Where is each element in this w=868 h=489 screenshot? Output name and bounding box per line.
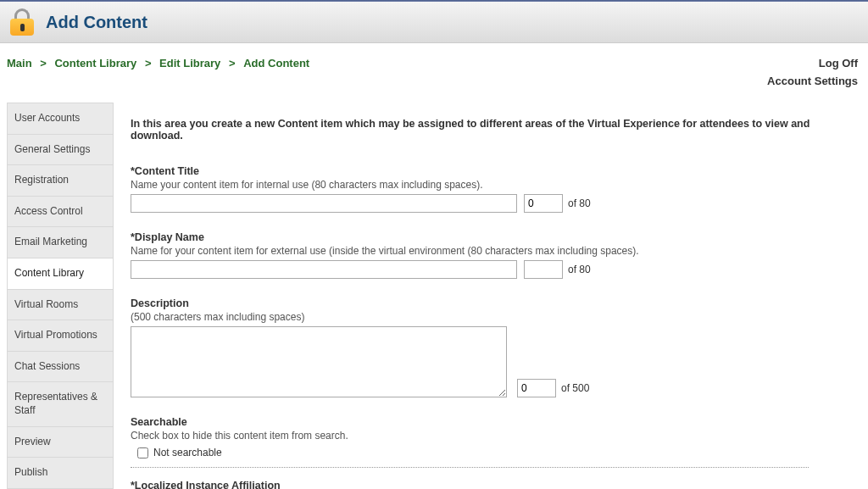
- sidebar-item-registration[interactable]: Registration: [8, 165, 113, 197]
- searchable-label: Searchable: [131, 416, 851, 428]
- content-title-of: of 80: [568, 197, 591, 209]
- content-title-hint: Name your content item for internal use …: [131, 179, 851, 191]
- display-name-input[interactable]: [131, 260, 517, 279]
- field-localized: *Localized Instance Affiliation Select a…: [131, 480, 851, 489]
- sidebar-item-chat-sessions[interactable]: Chat Sessions: [8, 352, 113, 383]
- breadcrumb-sep: >: [145, 57, 152, 69]
- content-title-label: *Content Title: [131, 165, 851, 177]
- localized-label: *Localized Instance Affiliation: [131, 480, 851, 489]
- sidebar-item-email-marketing[interactable]: Email Marketing: [8, 227, 113, 258]
- sidebar-item-general-settings[interactable]: General Settings: [8, 135, 113, 166]
- field-content-title: *Content Title Name your content item fo…: [131, 165, 851, 213]
- breadcrumb-content-library[interactable]: Content Library: [54, 57, 136, 69]
- sidebar-item-virtual-promotions[interactable]: Virtual Promotions: [8, 320, 113, 352]
- field-display-name: *Display Name Name for your content item…: [131, 231, 851, 279]
- sidebar-item-publish[interactable]: Publish: [8, 458, 113, 489]
- intro-text: In this area you create a new Content it…: [131, 118, 851, 142]
- field-description: Description (500 characters max includin…: [131, 297, 851, 397]
- display-name-label: *Display Name: [131, 231, 851, 243]
- display-name-count[interactable]: [524, 260, 563, 279]
- sidebar-item-access-control[interactable]: Access Control: [8, 197, 113, 228]
- sidebar-item-user-accounts[interactable]: User Accounts: [8, 103, 113, 135]
- breadcrumb-edit-library[interactable]: Edit Library: [159, 57, 220, 69]
- not-searchable-label: Not searchable: [153, 447, 222, 458]
- description-label: Description: [131, 297, 851, 309]
- logoff-link[interactable]: Log Off: [819, 57, 858, 69]
- breadcrumb-sep: >: [40, 57, 47, 69]
- description-count[interactable]: [517, 379, 556, 397]
- display-name-hint: Name for your content item for external …: [131, 245, 851, 257]
- breadcrumb-main[interactable]: Main: [7, 57, 32, 69]
- sidebar-item-representatives-staff[interactable]: Representatives & Staff: [8, 382, 113, 426]
- sidebar-item-preview[interactable]: Preview: [8, 427, 113, 458]
- divider: [131, 467, 809, 468]
- description-textarea[interactable]: [131, 326, 507, 397]
- account-settings-link[interactable]: Account Settings: [767, 75, 858, 87]
- lock-icon: [10, 8, 34, 36]
- content-title-count[interactable]: [524, 194, 563, 213]
- breadcrumb: Main > Content Library > Edit Library > …: [7, 57, 309, 69]
- content-title-input[interactable]: [131, 194, 517, 213]
- description-of: of 500: [561, 382, 589, 394]
- sidebar: User Accounts General Settings Registrat…: [7, 103, 114, 489]
- page-title: Add Content: [46, 13, 147, 32]
- breadcrumb-sep: >: [229, 57, 236, 69]
- sidebar-item-virtual-rooms[interactable]: Virtual Rooms: [8, 290, 113, 321]
- main-content: In this area you create a new Content it…: [114, 103, 861, 489]
- sidebar-item-content-library[interactable]: Content Library: [8, 258, 113, 290]
- field-searchable: Searchable Check box to hide this conten…: [131, 416, 851, 458]
- not-searchable-checkbox[interactable]: [137, 447, 148, 458]
- breadcrumb-current: Add Content: [243, 57, 309, 69]
- header: Add Content: [0, 2, 868, 43]
- searchable-hint: Check box to hide this content item from…: [131, 430, 851, 442]
- top-right-links: Log Off Account Settings: [767, 57, 858, 92]
- display-name-of: of 80: [568, 264, 591, 275]
- description-hint: (500 characters max including spaces): [131, 311, 851, 323]
